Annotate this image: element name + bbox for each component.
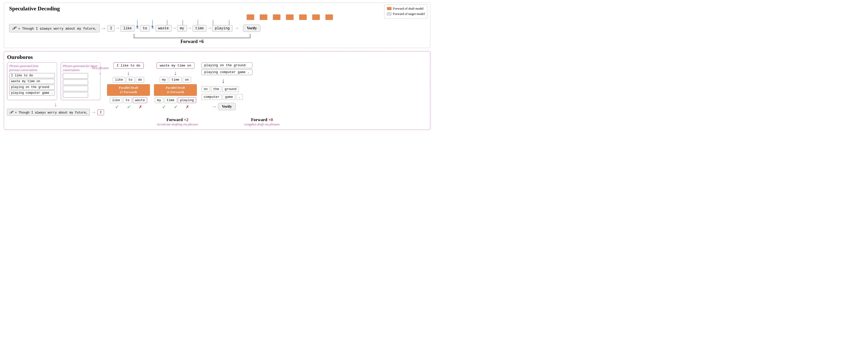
group1-output-tokens: like to waste — [110, 97, 147, 103]
ouro-verify-box: Verify — [218, 103, 236, 110]
spec-arrow-2: → — [135, 26, 140, 31]
token-I-ouro: I — [97, 109, 104, 115]
g2-tok-my: my — [160, 77, 168, 83]
new-phrases-arrow: ↓ — [99, 70, 101, 75]
draft-group2: waste my time on ↓ my time on Parallel D… — [154, 62, 197, 110]
g2-parallel-draft: Parallel Draft (1 Forward) — [154, 84, 197, 96]
spec-arrow-5: → — [188, 26, 192, 31]
group2-checks: ✓ ✓ ✗ — [162, 104, 189, 110]
ouroboros-title: Ouroboros — [7, 54, 427, 60]
group1-input-tokens: like to do — [113, 77, 144, 83]
forward-x2-container: Forward ×2 Accelerate drafting via phras… — [131, 117, 224, 127]
token-waste-spec: waste — [155, 25, 172, 32]
forward-x2-sub: Accelerate drafting via phrases — [131, 122, 224, 127]
forward-x0-container: Forward ×0 Lengthen draft via phrases — [224, 117, 300, 127]
ouroboros-section: Ouroboros New phrases ↓ Phrases generate… — [4, 51, 430, 130]
g2-check1: ✓ — [162, 104, 166, 110]
right-section: playing on the ground playing computer g… — [202, 62, 252, 110]
g2-check2: ✓ — [174, 104, 178, 110]
group1-checks: ✓ ✓ ✗ — [115, 104, 142, 110]
bottom-token-grid: on the ground computer game . — [202, 86, 243, 100]
tok-on: on — [202, 86, 210, 92]
spec-prompt-text: = Though I always worry about my future, — [18, 27, 97, 31]
arrow-after-prompt: → — [101, 25, 106, 32]
token-playing-spec: playing — [212, 25, 232, 32]
group2-input-tokens: my time on — [160, 77, 191, 83]
token-to-spec: to — [140, 25, 150, 32]
bottom-row1: on the ground — [202, 86, 243, 92]
tok-dot: . — [236, 94, 243, 100]
draft-group1: I like to do ↓ like to do Parallel Draft… — [107, 62, 150, 110]
g1-parallel-label1: Parallel Draft — [119, 86, 138, 89]
verify-row-right: → Verify — [202, 103, 236, 110]
phrase4-future — [63, 92, 88, 98]
g1-tok-to: to — [126, 77, 135, 83]
phrase2-future — [63, 79, 88, 85]
phrase4-prev: playing computer game . — [9, 90, 55, 95]
forward-x2-label: Forward ×2 — [131, 117, 224, 122]
bottom-prompt-row: 𝒫 = Though I always worry about my futur… — [7, 109, 104, 116]
group2-output-tokens: my time playing — [155, 97, 196, 103]
token-time-spec: time — [193, 25, 207, 32]
forward-x0-red: ×0 — [268, 117, 273, 122]
spec-title: Speculative Decoding — [9, 5, 425, 12]
ouro-math-p: 𝒫 — [9, 110, 12, 114]
token-I-spec: I — [107, 25, 115, 32]
phrase-tables-container: Phrases generated from previous conversa… — [7, 62, 104, 116]
g1-cross1: ✗ — [139, 104, 142, 109]
g2-parallel-label2: (1 Forward) — [167, 90, 184, 94]
phrase3-future — [63, 86, 88, 91]
spec-arrow-4: → — [172, 26, 177, 31]
right-phrase1: playing on the ground — [202, 62, 252, 68]
group1-header: I like to do — [113, 62, 144, 69]
g1-check2: ✓ — [127, 104, 131, 110]
g1-parallel-draft: Parallel Draft (1 Forward) — [107, 84, 150, 96]
arrow-to-prompt: ↓ — [7, 101, 104, 108]
token-like-spec: like — [120, 25, 134, 32]
phrase2-prev: waste my time on — [9, 79, 55, 84]
g2-parallel-label1: Parallel Draft — [166, 86, 185, 89]
new-phrases-container: New phrases ↓ — [92, 66, 109, 75]
g1-out-like: like — [110, 97, 122, 103]
g2-tok-time: time — [169, 77, 182, 83]
forward-labels-row: Forward ×2 Accelerate drafting via phras… — [131, 117, 427, 127]
spec-prompt-box: 𝒫 = Though I always worry about my futur… — [9, 24, 100, 32]
phrase1-future — [63, 73, 88, 79]
g1-check1: ✓ — [115, 104, 119, 110]
ouroboros-prompt-box: 𝒫 = Though I always worry about my futur… — [7, 109, 90, 116]
g2-tok-on: on — [183, 77, 191, 83]
spec-token-row: 𝒫 = Though I always worry about my futur… — [9, 24, 425, 32]
right-phrases: playing on the ground playing computer g… — [202, 62, 252, 75]
forward-x0-sub: Lengthen draft via phrases — [224, 122, 300, 127]
g2-out-my: my — [155, 97, 163, 103]
ouro-prompt-text: = Though I always worry about my future, — [15, 111, 88, 114]
spec-decoding-section: Speculative Decoding Forward of draft mo… — [4, 2, 430, 48]
g1-tok-like: like — [113, 77, 125, 83]
token-my-spec: my — [177, 25, 187, 32]
tok-the: the — [211, 86, 221, 92]
spec-arrow-6: → — [207, 26, 212, 31]
group2-header: waste my time on — [156, 62, 195, 69]
legend-draft-label: Forward of draft model — [393, 6, 424, 11]
bottom-row2: computer game . — [202, 94, 243, 100]
phrase-tables-row: Phrases generated from previous conversa… — [7, 62, 104, 100]
legend-orange-rect — [387, 7, 392, 10]
g1-out-waste: waste — [133, 97, 147, 103]
spec-brace-svg — [133, 33, 251, 38]
right-purple-arrow: ↓ — [222, 77, 225, 85]
g2-out-time: time — [164, 97, 177, 103]
spec-verify-box: Verify — [243, 25, 260, 32]
g2-cross1: ✗ — [186, 104, 189, 109]
ouro-prompt-arrow: → — [91, 110, 96, 115]
phrase3-prev: playing on the ground — [9, 85, 55, 90]
phrase-table-previous: Phrases generated from previous conversa… — [7, 62, 57, 100]
phrase1-prev: I like to do — [9, 73, 55, 78]
forward-x0-label: Forward ×0 — [224, 117, 300, 122]
forward-x2-red: ×2 — [184, 117, 188, 122]
right-blue-arrow: → — [212, 104, 217, 109]
g1-tok-do: do — [136, 77, 144, 83]
tok-game: game — [223, 94, 235, 100]
main-container: Speculative Decoding Forward of draft mo… — [0, 0, 434, 180]
math-p: 𝒫 — [12, 26, 15, 31]
right-phrase2: playing computer game . — [202, 69, 252, 75]
